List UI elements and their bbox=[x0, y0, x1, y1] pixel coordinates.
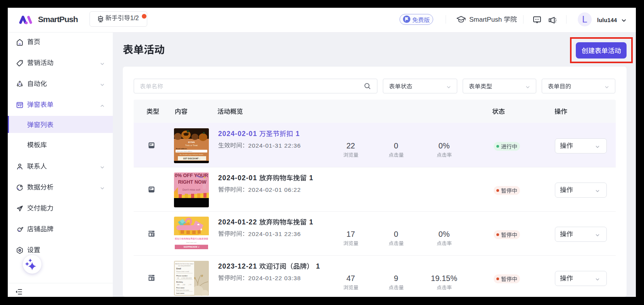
svg-text:Last name: Last name bbox=[176, 292, 184, 294]
svg-text:Phone number: Phone number bbox=[176, 275, 188, 277]
svg-text:Please enter e-mail: Please enter e-mail bbox=[176, 271, 189, 272]
svg-text:Email address: Email address bbox=[176, 148, 187, 150]
svg-text:Enter your first name: Enter your first name bbox=[176, 289, 189, 291]
svg-text:Don't miss out!: Don't miss out! bbox=[186, 241, 196, 243]
svg-text:First name: First name bbox=[176, 287, 185, 289]
svg-text:our new promotions!: our new promotions! bbox=[178, 265, 191, 267]
svg-text:GET DISCOUNT ↓: GET DISCOUNT ↓ bbox=[183, 158, 200, 160]
svg-text:0% OFF YOUR: 0% OFF YOUR bbox=[175, 173, 208, 178]
svg-text:No, I'd rather pay at full pri: No, I'd rather pay at full price thanks bbox=[180, 154, 203, 155]
svg-text:Trick or Treat: Trick or Treat bbox=[185, 144, 198, 146]
svg-text:Enter your email address: Enter your email address bbox=[177, 151, 192, 152]
svg-text:US: US bbox=[177, 277, 179, 279]
svg-text:Email: Email bbox=[176, 268, 181, 270]
svg-text:SHOPPINGNOW ↗: SHOPPINGNOW ↗ bbox=[184, 246, 200, 248]
svg-text:YY: YY bbox=[189, 284, 191, 286]
svg-text:RIGHT NOW: RIGHT NOW bbox=[178, 179, 207, 185]
svg-text:MM: MM bbox=[177, 284, 179, 286]
svg-text:+1 201-555-0123: +1 201-555-0123 bbox=[181, 277, 191, 279]
svg-text:DD: DD bbox=[183, 284, 186, 286]
svg-text:And be the first to hear about: And be the first to hear about bbox=[176, 263, 193, 265]
svg-text:BYNN: BYNN bbox=[188, 141, 195, 143]
svg-text:Don't miss out!: Don't miss out! bbox=[183, 188, 200, 191]
svg-text:Birthday: Birthday bbox=[176, 281, 183, 283]
